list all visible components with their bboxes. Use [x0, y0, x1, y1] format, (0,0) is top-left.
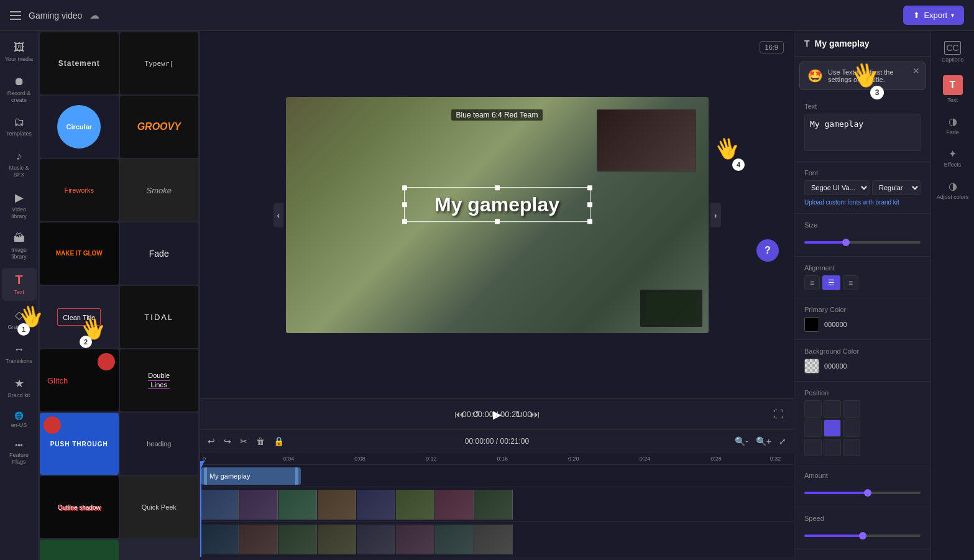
adjust-colors-icon: ◑	[949, 180, 957, 192]
template-item-fade[interactable]: Fade	[120, 223, 199, 285]
playback-controls: ⏮ ↺ ▶ ↻ ⏭ 00:00:00 / 00:21:00 ⛶	[200, 398, 794, 429]
template-item-circular[interactable]: Circular	[40, 96, 119, 158]
fit-timeline-button[interactable]: ⤢	[776, 434, 789, 449]
pos-tc[interactable]	[824, 400, 841, 418]
size-slider[interactable]	[804, 241, 921, 244]
template-item-fireworks[interactable]: Fireworks	[40, 159, 119, 221]
pos-bl[interactable]	[804, 439, 822, 456]
video-library-icon: ▶	[15, 191, 24, 204]
template-item-cleantitle[interactable]: Clean Title	[40, 286, 119, 348]
align-center-button[interactable]: ☰	[822, 275, 840, 290]
total-time: 00:21:00	[500, 410, 532, 419]
font-family-select[interactable]: Segoe UI Va...	[804, 180, 870, 195]
sidebar-item-your-media[interactable]: 🖼 Your media	[2, 36, 37, 68]
main-area: 🖼 Your media ⏺ Record & create 🗂 Templat…	[0, 31, 974, 560]
undo-button[interactable]: ↩	[205, 434, 218, 449]
speed-slider[interactable]	[804, 535, 921, 537]
sidebar-item-feature-flags[interactable]: ••• Feature Flags	[2, 436, 37, 470]
speed-slider-container	[804, 526, 921, 542]
fullscreen-button[interactable]: ⛶	[774, 409, 784, 420]
text-clip[interactable]: My gameplay	[201, 467, 301, 485]
sidebar-item-text[interactable]: T Text	[2, 268, 37, 301]
cut-button[interactable]: ✂	[237, 434, 250, 449]
sidebar-label-templates: Templates	[6, 131, 32, 137]
template-label-typewriter: Typewr|	[145, 60, 173, 68]
fr-item-text[interactable]: T Text	[933, 70, 973, 108]
primary-color-swatch[interactable]	[804, 317, 819, 332]
upload-fonts-link[interactable]: Upload custom fonts with brand kit	[804, 199, 921, 206]
fr-item-fade[interactable]: ◑ Fade	[933, 111, 973, 140]
sidebar-item-graphics[interactable]: ◇ Graphics	[2, 303, 37, 336]
ruler-32: 0:32	[770, 456, 781, 462]
template-item-glitch[interactable]: Glitch	[40, 349, 119, 411]
help-button[interactable]: ?	[756, 239, 779, 262]
pos-mc[interactable]	[824, 420, 841, 437]
template-label-fireworks: Fireworks	[64, 186, 94, 194]
delete-button[interactable]: 🗑	[254, 434, 267, 449]
export-button[interactable]: ⬆ Export ▾	[903, 6, 964, 25]
fr-item-captions[interactable]: CC Captions	[933, 36, 973, 68]
pos-ml[interactable]	[804, 420, 822, 437]
text-icon: T	[15, 273, 22, 287]
text-input[interactable]: My gameplay	[804, 114, 921, 151]
template-item-typewriter[interactable]: Typewr|	[120, 32, 199, 94]
template-item-quickpeek[interactable]: Quick Peek	[120, 476, 199, 538]
clip-left-handle[interactable]	[204, 467, 207, 485]
center-area: 16:9 ‹ › Blue team 6:4 Red Team	[200, 31, 794, 560]
amount-slider[interactable]	[804, 492, 921, 494]
sidebar-item-video-library[interactable]: ▶ Video library	[2, 186, 37, 225]
fr-item-adjust-colors[interactable]: ◑ Adjust colors	[933, 175, 973, 205]
template-panel: Statement Typewr| Circular GROOVY Firewo…	[39, 31, 200, 560]
handle-bottom-mid[interactable]	[495, 219, 500, 224]
text-element[interactable]: My gameplay	[404, 204, 590, 239]
size-slider-container	[804, 232, 921, 249]
sidebar-item-image-library[interactable]: 🏔 Image library	[2, 227, 37, 265]
menu-button[interactable]	[10, 11, 21, 20]
pos-tr[interactable]	[843, 400, 860, 418]
sidebar-item-record-create[interactable]: ⏺ Record & create	[2, 70, 37, 109]
sidebar-item-transitions[interactable]: ↔ Transitions	[2, 338, 37, 370]
template-label-quickpeek: Quick Peek	[142, 503, 177, 511]
clip-right-handle[interactable]	[295, 467, 298, 485]
prev-frame-button[interactable]: ‹	[273, 203, 283, 227]
speed-section: Speed	[794, 507, 930, 550]
sidebar-item-templates[interactable]: 🗂 Templates	[2, 111, 37, 142]
template-item-stencil[interactable]: Stencil	[40, 539, 119, 560]
pip-camera	[597, 109, 696, 172]
template-item-makeitglow[interactable]: MAKE IT GLOW	[40, 223, 119, 285]
pos-bc[interactable]	[824, 439, 841, 456]
tooltip-close-button[interactable]: ✕	[912, 66, 920, 76]
template-item-pushthrough[interactable]: PUSH THROUGH	[40, 413, 119, 475]
font-weight-select[interactable]: Regular	[872, 180, 921, 195]
graphics-icon: ◇	[15, 308, 24, 322]
template-label-doublelines: Double	[148, 372, 170, 381]
zoom-in-button[interactable]: 🔍+	[753, 434, 774, 449]
redo-button[interactable]: ↪	[221, 434, 234, 449]
sidebar-item-music-sfx[interactable]: ♪ Music & SFX	[2, 145, 37, 183]
template-item-heading[interactable]: heading	[120, 413, 199, 475]
push-badge	[44, 416, 61, 434]
lock-button[interactable]: 🔒	[271, 434, 287, 449]
template-item-groovy[interactable]: GROOVY	[120, 96, 199, 158]
template-item-statement[interactable]: Statement	[40, 32, 119, 94]
video-preview[interactable]: Blue team 6:4 Red Team	[286, 97, 709, 333]
zoom-out-button[interactable]: 🔍-	[732, 434, 751, 449]
sidebar-label-text: Text	[14, 289, 24, 296]
pos-br[interactable]	[843, 439, 860, 456]
align-left-button[interactable]: ≡	[804, 275, 820, 290]
template-item-smoke[interactable]: Smoke	[120, 159, 199, 221]
align-right-button[interactable]: ≡	[843, 275, 858, 290]
fr-item-effects[interactable]: ✦ Effects	[933, 143, 973, 173]
sidebar-item-en-us[interactable]: 🌐 en-US	[2, 406, 37, 434]
sidebar-item-brand-kit[interactable]: ★ Brand kit	[2, 372, 37, 404]
frame2-1	[200, 525, 239, 554]
template-label-tidal: TIDAL	[144, 313, 173, 322]
pos-tl[interactable]	[804, 400, 822, 418]
next-frame-button[interactable]: ›	[710, 203, 720, 227]
template-item-tidal[interactable]: TIDAL	[120, 286, 199, 348]
template-item-outlineshadow[interactable]: Outline shadow	[40, 476, 119, 538]
pos-mr[interactable]	[843, 420, 860, 437]
template-label-heading: heading	[147, 440, 171, 448]
template-item-doublelines[interactable]: Double Lines	[120, 349, 199, 411]
bg-color-swatch[interactable]	[804, 359, 819, 374]
